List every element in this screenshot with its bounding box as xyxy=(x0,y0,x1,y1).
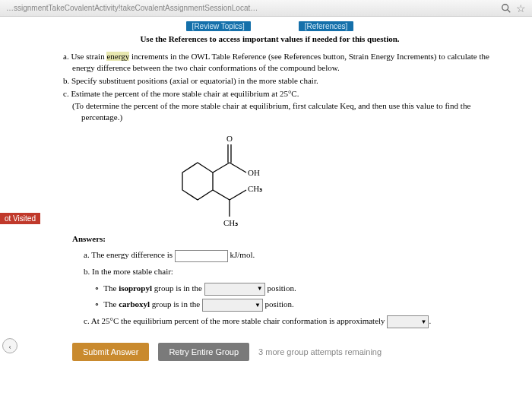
instruction-a: a. Use strain energy increments in the O… xyxy=(30,51,509,74)
molecule-svg: O OH CH₃ CH₃ xyxy=(160,131,296,230)
answer-b-carboxyl: ∘ The carboxyl group is in the ▼ positio… xyxy=(84,297,509,312)
svg-line-1 xyxy=(508,9,511,12)
answers-heading: Answers: xyxy=(72,234,509,243)
isopropyl-position-select[interactable]: ▼ xyxy=(204,283,265,296)
instruction-b: b. Specify substituent positions (axial … xyxy=(30,75,509,87)
top-links: [Review Topics] [References] xyxy=(30,21,509,31)
references-link[interactable]: [References] xyxy=(299,21,354,31)
answer-b-head: b. In the more stable chair: xyxy=(84,264,509,280)
svg-point-0 xyxy=(502,4,508,10)
submit-button[interactable]: Submit Answer xyxy=(72,343,149,361)
svg-line-7 xyxy=(213,190,230,200)
retry-button[interactable]: Retry Entire Group xyxy=(158,343,249,361)
chevron-down-icon: ▼ xyxy=(420,317,426,328)
star-icon[interactable]: ☆ xyxy=(516,2,526,14)
energy-difference-input[interactable] xyxy=(175,250,228,262)
answer-a: a. The energy difference is kJ/mol. xyxy=(84,248,509,263)
attempts-remaining: 3 more group attempts remaining xyxy=(258,347,382,356)
label-oh: OH xyxy=(248,168,260,177)
not-visited-tab[interactable]: ot Visited xyxy=(0,213,40,224)
review-topics-link[interactable]: [Review Topics] xyxy=(186,21,251,31)
question-panel: [Review Topics] [References] Use the Ref… xyxy=(0,17,532,399)
svg-marker-2 xyxy=(182,163,213,200)
label-ch3-b: CH₃ xyxy=(223,218,238,227)
label-ch3-a: CH₃ xyxy=(248,184,262,193)
action-row: Submit Answer Retry Entire Group 3 more … xyxy=(72,343,509,361)
answer-c: c. At 25°C the equilibrium percent of th… xyxy=(84,314,509,329)
search-icon[interactable] xyxy=(501,3,511,14)
svg-line-6 xyxy=(230,163,246,173)
svg-line-3 xyxy=(213,163,230,173)
molecule-structure: O OH CH₃ CH₃ xyxy=(160,131,296,230)
chevron-down-icon: ▼ xyxy=(257,283,263,294)
label-o: O xyxy=(226,134,233,143)
url-fragment: …ssignmentTakeCovalentActivity!takeCoval… xyxy=(6,4,496,12)
answer-b-isopropyl: ∘ The isopropyl group is in the ▼ positi… xyxy=(84,281,509,296)
reference-hint: Use the References to access important v… xyxy=(30,34,509,43)
instruction-c-sub: (To determine the percent of the more st… xyxy=(30,100,509,123)
instructions: a. Use strain energy increments in the O… xyxy=(30,51,509,123)
browser-toolbar: …ssignmentTakeCovalentActivity!takeCoval… xyxy=(0,0,532,17)
instruction-c: c. Estimate the percent of the more stab… xyxy=(30,88,509,100)
answers-block: a. The energy difference is kJ/mol. b. I… xyxy=(30,248,509,329)
svg-line-8 xyxy=(230,190,246,200)
chevron-down-icon: ▼ xyxy=(255,300,261,311)
nav-prev-button[interactable]: ‹ xyxy=(2,338,17,353)
carboxyl-position-select[interactable]: ▼ xyxy=(202,299,263,312)
percent-select[interactable]: ▼ xyxy=(387,315,429,328)
